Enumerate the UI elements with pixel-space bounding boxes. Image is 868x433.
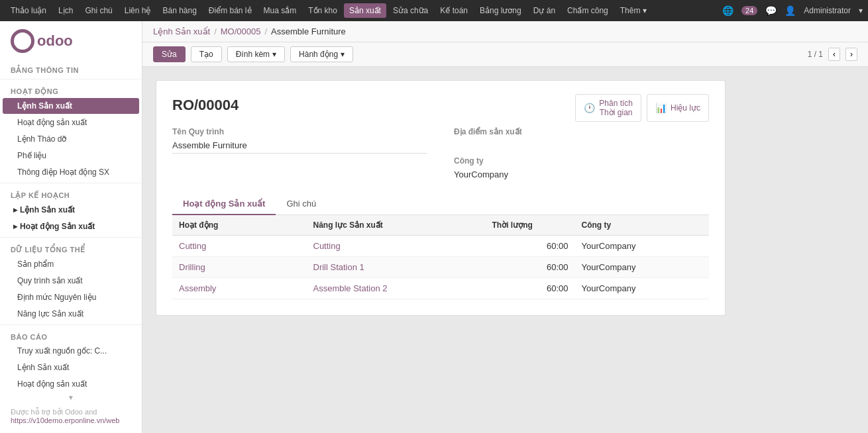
sidebar-item-thong-diep[interactable]: Thông điệp Hoạt động SX bbox=[3, 164, 139, 180]
globe-icon[interactable]: 🌐 bbox=[722, 5, 733, 16]
analysis-time-button[interactable]: 🕐 Phân tích Thời gian bbox=[575, 94, 641, 122]
breadcrumb-part2[interactable]: MO/00005 bbox=[221, 26, 261, 36]
tabs: Hoạt động Sản xuất Ghi chú bbox=[172, 193, 709, 215]
chat-icon[interactable]: 💬 bbox=[765, 5, 777, 16]
card-header-buttons: 🕐 Phân tích Thời gian 📊 Hiệu lực bbox=[575, 94, 709, 122]
username[interactable]: Administrator bbox=[804, 6, 851, 15]
clock-icon: 🕐 bbox=[584, 103, 595, 113]
main-layout: odoo Bảng thông tin Hoạt động Lệnh Sản x… bbox=[0, 21, 868, 433]
nav-item-du-an[interactable]: Dự án bbox=[528, 3, 561, 18]
tab-hoat-dong[interactable]: Hoạt động Sản xuất bbox=[172, 193, 276, 215]
chevron-down-icon: ▾ bbox=[272, 50, 276, 59]
user-icon[interactable]: 👤 bbox=[785, 5, 796, 16]
pagination-area: 1 / 1 ‹ › bbox=[808, 48, 857, 61]
divider bbox=[0, 79, 142, 79]
prev-page-button[interactable]: ‹ bbox=[828, 48, 840, 61]
col-header-activity: Hoạt động bbox=[172, 215, 307, 236]
sidebar-item-hoatdong-plan[interactable]: ▸Hoạt động Sản xuất bbox=[3, 218, 139, 234]
sidebar-item-truy-xuat[interactable]: Truy xuất nguồn gốc: C... bbox=[3, 343, 139, 359]
main-content: 🕐 Phân tích Thời gian 📊 Hiệu lực RO/0000… bbox=[142, 67, 868, 433]
nav-item-san-xuat[interactable]: Sản xuất bbox=[344, 3, 386, 18]
sidebar-item-lenh-plan[interactable]: ▸Lệnh Sản xuất bbox=[3, 202, 139, 218]
activity-table: Hoạt động Năng lực Sản xuất Thời lượng C… bbox=[172, 215, 709, 299]
cell-duration: 60:00 bbox=[486, 257, 575, 278]
section-dashboard: Bảng thông tin bbox=[0, 61, 142, 76]
nav-item-sua-chua[interactable]: Sửa chữa bbox=[388, 3, 433, 18]
field-process-name: Tên Quy trình Assemble Furniture bbox=[172, 127, 427, 183]
sidebar-item-hoatdong-report[interactable]: Hoạt động sản xuất bbox=[3, 376, 139, 392]
chevron-down-icon: ▾ bbox=[341, 50, 345, 59]
effect-button[interactable]: 📊 Hiệu lực bbox=[647, 94, 709, 122]
record-card: 🕐 Phân tích Thời gian 📊 Hiệu lực RO/0000… bbox=[156, 80, 726, 316]
chart-icon: 📊 bbox=[655, 103, 667, 113]
sidebar-item-phe-lieu[interactable]: Phế liệu bbox=[3, 148, 139, 164]
nav-item-lien-he[interactable]: Liên hệ bbox=[119, 3, 156, 18]
attach-button[interactable]: Đính kèm ▾ bbox=[227, 46, 285, 62]
nav-item-thao-luan[interactable]: Thảo luận bbox=[5, 3, 52, 18]
section-activity: Hoạt động bbox=[0, 82, 142, 97]
notification-count[interactable]: 24 bbox=[741, 6, 757, 15]
cell-duration: 60:00 bbox=[486, 236, 575, 257]
breadcrumb-sep2: / bbox=[264, 26, 267, 36]
analysis-label: Phân tích Thời gian bbox=[599, 99, 633, 117]
nav-item-bang-luong[interactable]: Bảng lương bbox=[474, 3, 527, 18]
next-page-button[interactable]: › bbox=[845, 48, 857, 61]
sidebar-item-lenh-report[interactable]: Lệnh Sản xuất bbox=[3, 360, 139, 375]
field-location-company: Địa điểm sản xuất Công ty YourCompany bbox=[454, 127, 709, 183]
nav-item-lich[interactable]: Lịch bbox=[53, 3, 78, 18]
nav-item-cham-cong[interactable]: Chấm công bbox=[562, 3, 614, 18]
odoo-logo: odoo bbox=[11, 29, 131, 53]
nav-item-them[interactable]: Thêm ▾ bbox=[615, 3, 653, 18]
table-row[interactable]: Drilling Drill Station 1 60:00 YourCompa… bbox=[172, 257, 709, 278]
cell-duration: 60:00 bbox=[486, 278, 575, 299]
sidebar: odoo Bảng thông tin Hoạt động Lệnh Sản x… bbox=[0, 21, 142, 433]
content-area: Lệnh Sản xuất / MO/00005 / Assemble Furn… bbox=[142, 21, 868, 433]
odoo-logo-ring bbox=[11, 29, 34, 53]
col-header-duration: Thời lượng bbox=[486, 215, 575, 236]
process-name-value[interactable]: Assemble Furniture bbox=[172, 138, 427, 154]
footer-link[interactable]: https://v10demo.erponline.vn/web bbox=[11, 416, 120, 424]
nav-item-ke-toan[interactable]: Kế toán bbox=[435, 3, 473, 18]
cell-capacity: Assemble Station 2 bbox=[307, 278, 486, 299]
section-master: Dữ liệu Tổng thể bbox=[0, 240, 142, 256]
nav-item-mua-sam[interactable]: Mua sắm bbox=[258, 3, 302, 18]
arrow-icon: ▸ bbox=[13, 205, 17, 215]
cell-activity: Assembly bbox=[172, 278, 307, 299]
scroll-indicator: ▼ bbox=[0, 393, 142, 403]
company-value: YourCompany bbox=[454, 167, 709, 183]
col-header-company: Công ty bbox=[575, 215, 710, 236]
breadcrumb-sep1: / bbox=[214, 26, 217, 36]
pagination-text: 1 / 1 bbox=[808, 50, 823, 59]
divider bbox=[0, 183, 142, 183]
cell-company: YourCompany bbox=[575, 257, 710, 278]
section-report: Báo cáo bbox=[0, 328, 142, 342]
section-plan: Lập kế hoạch bbox=[0, 186, 142, 201]
nav-item-ban-hang[interactable]: Bán hàng bbox=[157, 3, 201, 18]
col-header-capacity: Năng lực Sản xuất bbox=[307, 215, 486, 236]
top-navigation: Thảo luận Lịch Ghi chú Liên hệ Bán hàng … bbox=[0, 0, 868, 21]
chevron-down-icon: ▾ bbox=[643, 6, 647, 15]
toolbar: Sửa Tạo Đính kèm ▾ Hành động ▾ 1 / 1 ‹ › bbox=[142, 42, 868, 67]
cell-capacity: Drill Station 1 bbox=[307, 257, 486, 278]
nav-item-ghi-chu[interactable]: Ghi chú bbox=[80, 3, 117, 18]
process-name-label: Tên Quy trình bbox=[172, 127, 427, 136]
breadcrumb-part1[interactable]: Lệnh Sản xuất bbox=[153, 26, 210, 36]
nav-item-ton-kho[interactable]: Tồn kho bbox=[303, 3, 343, 18]
sidebar-item-lenh-thao-do[interactable]: Lệnh Tháo dỡ bbox=[3, 131, 139, 147]
sidebar-item-lenh-san-xuat[interactable]: Lệnh Sản xuất bbox=[3, 98, 139, 114]
table-row[interactable]: Cutting Cutting 60:00 YourCompany bbox=[172, 236, 709, 257]
sidebar-item-hoat-dong-sx[interactable]: Hoạt động sản xuất bbox=[3, 115, 139, 130]
nav-item-diem-ban-le[interactable]: Điểm bán lẻ bbox=[203, 3, 257, 18]
edit-button[interactable]: Sửa bbox=[153, 46, 186, 62]
cell-capacity: Cutting bbox=[307, 236, 486, 257]
divider bbox=[0, 324, 142, 325]
sidebar-item-san-pham[interactable]: Sản phẩm bbox=[3, 256, 139, 272]
table-row[interactable]: Assembly Assemble Station 2 60:00 YourCo… bbox=[172, 278, 709, 299]
tab-ghi-chu[interactable]: Ghi chú bbox=[276, 193, 327, 215]
action-button[interactable]: Hành động ▾ bbox=[290, 46, 353, 62]
sidebar-item-nang-luc[interactable]: Năng lực Sản xuất bbox=[3, 306, 139, 322]
create-button[interactable]: Tạo bbox=[191, 46, 222, 62]
sidebar-item-quy-trinh[interactable]: Quy trình sản xuất bbox=[3, 273, 139, 289]
sidebar-item-dinh-muc[interactable]: Định mức Nguyên liệu bbox=[3, 289, 139, 305]
cell-activity: Cutting bbox=[172, 236, 307, 257]
